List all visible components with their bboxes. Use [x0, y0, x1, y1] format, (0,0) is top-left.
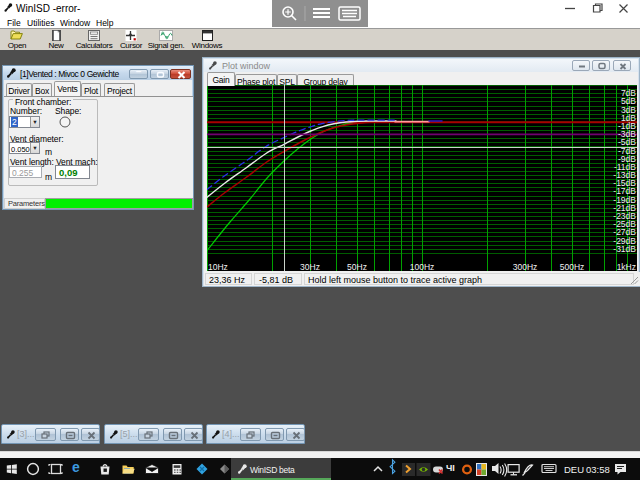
svg-text:1kHz: 1kHz [617, 262, 636, 271]
svg-text:50Hz: 50Hz [347, 262, 367, 271]
svg-text:500Hz: 500Hz [560, 262, 585, 271]
svg-text:30Hz: 30Hz [300, 262, 320, 271]
svg-text:10Hz: 10Hz [208, 262, 228, 271]
svg-text:300Hz: 300Hz [513, 262, 538, 271]
svg-text:100Hz: 100Hz [410, 262, 435, 271]
svg-text:-31dB: -31dB [613, 244, 636, 254]
